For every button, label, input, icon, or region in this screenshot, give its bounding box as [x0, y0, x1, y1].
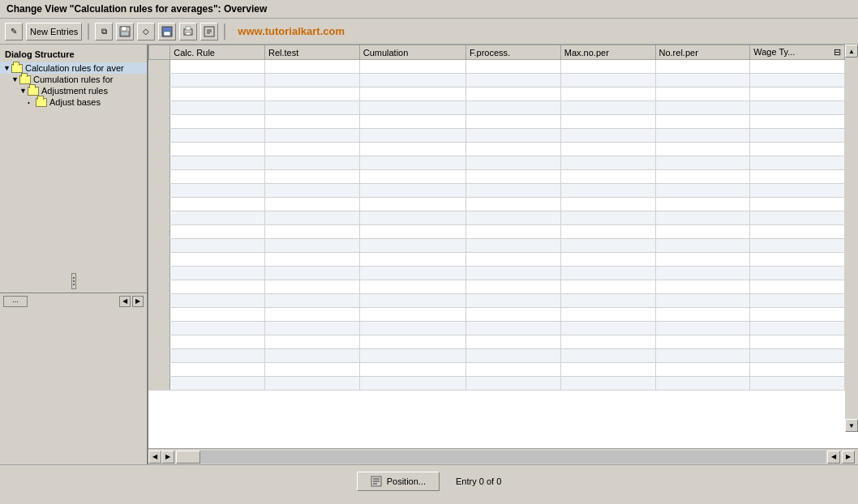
grid-cell [264, 129, 359, 143]
grid-cell [560, 101, 655, 115]
grid-cell [655, 129, 750, 143]
expand-2[interactable]: ▼ [19, 87, 28, 95]
grid-cell [359, 253, 465, 267]
table-row[interactable] [149, 170, 845, 184]
grid-cell [560, 74, 655, 88]
expand-0[interactable]: ▼ [3, 64, 11, 72]
table-row[interactable] [149, 115, 845, 129]
hscroll-left-btn[interactable]: ◀ [148, 451, 161, 463]
tree-item-adjust-bases[interactable]: • Adjust bases [0, 96, 147, 108]
table-row[interactable] [149, 294, 845, 308]
table-row[interactable] [149, 143, 845, 156]
folder-icon-2 [28, 87, 39, 96]
svg-rect-13 [373, 478, 380, 480]
grid-cell [264, 280, 359, 294]
grid-cell [264, 170, 359, 184]
grid-cell [560, 308, 655, 322]
table-row[interactable] [149, 335, 845, 349]
grid-cell [264, 294, 359, 308]
table-row[interactable] [149, 184, 845, 198]
table-row[interactable] [149, 101, 845, 115]
column-options-icon[interactable]: ⊟ [834, 47, 841, 58]
grid-cell [655, 156, 750, 170]
grid-header-row: Calc. Rule Rel.test Cumulation F.process… [149, 45, 845, 60]
table-row[interactable] [149, 267, 845, 280]
table-row[interactable] [149, 60, 845, 74]
position-label: Position... [387, 476, 426, 486]
table-row[interactable] [149, 225, 845, 239]
table-row[interactable] [149, 211, 845, 225]
hscroll-right-btn[interactable]: ▶ [161, 451, 174, 463]
grid-cell [750, 170, 845, 184]
new-entries-button[interactable]: New Entries [26, 23, 82, 41]
hscroll-end-right[interactable]: ▶ [842, 451, 855, 463]
grid-cell [264, 239, 359, 253]
grid-cell [466, 88, 561, 101]
copy-icon-btn[interactable]: ⧉ [95, 23, 113, 41]
grid-cell [264, 322, 359, 335]
hscroll-thumb[interactable] [176, 451, 200, 463]
table-row[interactable] [149, 156, 845, 170]
scroll-up-btn[interactable]: ▲ [845, 45, 858, 58]
grid-cell [359, 335, 465, 349]
row-num-cell [149, 280, 170, 294]
table-row[interactable] [149, 239, 845, 253]
row-num-cell [149, 225, 170, 239]
print-icon-btn[interactable] [179, 23, 197, 41]
grid-cell [466, 115, 561, 129]
grid-cell [655, 322, 750, 335]
grid-cell [466, 170, 561, 184]
diamond-icon-btn[interactable]: ◇ [137, 23, 155, 41]
grid-cell [264, 349, 359, 363]
resize-dot-2 [73, 280, 75, 282]
grid-cell [170, 349, 265, 363]
table-row[interactable] [149, 308, 845, 322]
table-row[interactable] [149, 88, 845, 101]
grid-cell [466, 156, 561, 170]
tree-item-adjustment[interactable]: ▼ Adjustment rules [0, 85, 147, 96]
grid-cell [560, 239, 655, 253]
grid-cell [466, 322, 561, 335]
svg-rect-4 [164, 32, 170, 36]
grid-cell [655, 60, 750, 74]
scroll-down-btn[interactable]: ▼ [845, 419, 858, 432]
vertical-scrollbar[interactable]: ▲ ▼ [845, 45, 858, 432]
resize-handle[interactable] [71, 273, 76, 289]
grid-cell [750, 156, 845, 170]
table-row[interactable] [149, 349, 845, 363]
header-wage-ty: Wage Ty... ⊟ [750, 45, 845, 60]
grid-cell [750, 101, 845, 115]
grid-cell [359, 308, 465, 322]
grid-cell [655, 349, 750, 363]
grid-cell [264, 60, 359, 74]
grid-cell [359, 322, 465, 335]
tree-label-adjustment: Adjustment rules [41, 86, 108, 96]
table-row[interactable] [149, 322, 845, 335]
table-row[interactable] [149, 280, 845, 294]
grid-cell [655, 143, 750, 156]
export-icon-btn[interactable] [200, 23, 218, 41]
position-button[interactable]: Position... [357, 472, 440, 491]
table-row[interactable] [149, 74, 845, 88]
left-nav-prev[interactable]: ◀ [119, 296, 131, 307]
table-row[interactable] [149, 198, 845, 211]
left-nav-next[interactable]: ▶ [132, 296, 144, 307]
table-row[interactable] [149, 129, 845, 143]
tree-item-cumulation[interactable]: ▼ Cumulation rules for [0, 74, 147, 85]
grid-cell [750, 363, 845, 377]
grid-cell [170, 322, 265, 335]
right-panel: ▲ ▼ Calc. Rule Rel.test Cumu [148, 45, 858, 464]
horizontal-scrollbar[interactable]: ◀ ▶ ◀ ▶ [148, 448, 858, 464]
floppy-icon-btn[interactable] [158, 23, 176, 41]
row-num-cell [149, 267, 170, 280]
hscroll-end-left[interactable]: ◀ [827, 451, 840, 463]
table-row[interactable] [149, 377, 845, 391]
table-row[interactable] [149, 253, 845, 267]
grid-cell [466, 280, 561, 294]
pencil-button[interactable]: ✎ [5, 23, 23, 41]
left-panel: Dialog Structure ▼ Calculation rules for… [0, 45, 148, 464]
expand-1[interactable]: ▼ [11, 75, 19, 83]
grid-cell [359, 198, 465, 211]
save-icon-btn[interactable] [116, 23, 134, 41]
table-row[interactable] [149, 363, 845, 377]
